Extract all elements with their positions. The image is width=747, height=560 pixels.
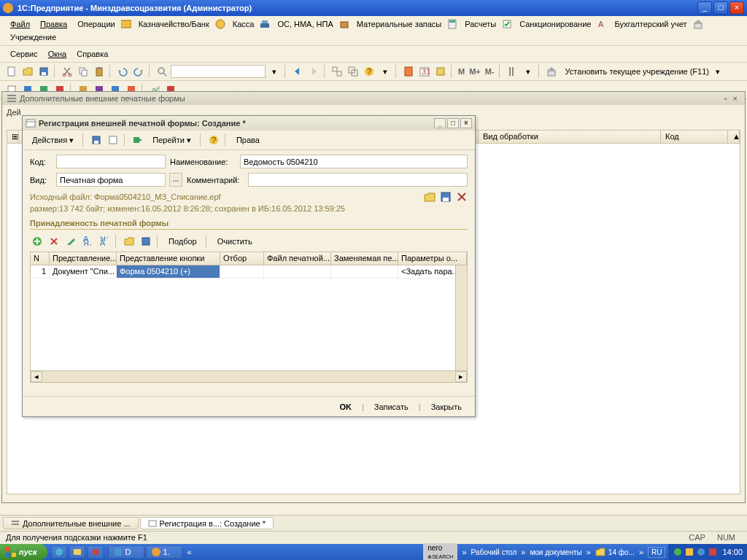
help-button[interactable]: ?	[362, 64, 376, 79]
find-button[interactable]	[155, 64, 169, 79]
menu-accounting[interactable]: Бухгалтерский учет	[610, 18, 691, 30]
menu-calc[interactable]: Расчеты	[460, 18, 500, 30]
maximize-button[interactable]: □	[713, 1, 728, 15]
grid-hscroll[interactable]: ◂ ▸	[31, 370, 467, 382]
membership-grid[interactable]: N Представление... Представление кнопки …	[30, 252, 468, 383]
desktop-toolbar-label[interactable]: Рабочий стол	[471, 548, 517, 556]
tray-icon-2[interactable]	[684, 547, 694, 557]
institution-button[interactable]	[544, 64, 559, 79]
taskbar-chev-right[interactable]: »	[460, 548, 468, 556]
dialog-maximize-button[interactable]: □	[447, 118, 459, 128]
delete-file-icon[interactable]	[456, 191, 468, 203]
calc2-button[interactable]	[401, 64, 416, 79]
dialog-close-button[interactable]: ×	[460, 118, 472, 128]
grid-add-button[interactable]	[30, 234, 44, 249]
dlg-reread-button[interactable]	[106, 133, 120, 147]
tray-clock[interactable]: 14:00	[722, 548, 743, 556]
close-button[interactable]: ×	[729, 1, 744, 15]
goto-menu[interactable]: Перейти ▾	[147, 133, 196, 147]
menu-edit[interactable]: Правка	[36, 18, 71, 30]
search-input[interactable]	[171, 65, 266, 78]
ql-2[interactable]	[69, 545, 85, 559]
minimize-button[interactable]: _	[697, 1, 712, 15]
undo-button[interactable]	[115, 64, 130, 79]
dialog-title-bar[interactable]: Регистрация внешней печатной формы: Созд…	[23, 116, 475, 131]
bg-col-code[interactable]: Код	[661, 131, 728, 143]
actions-menu[interactable]: Действия ▾	[27, 133, 79, 147]
col-btn-repr[interactable]: Представление кнопки	[117, 252, 220, 265]
bg-close-button[interactable]: ×	[730, 94, 740, 103]
tray-icon-4[interactable]	[708, 547, 718, 557]
grid-clear-button[interactable]: Очистить	[212, 235, 258, 248]
copy-button[interactable]	[76, 64, 90, 79]
open-file-icon[interactable]	[424, 191, 436, 203]
menu-file[interactable]: Файл	[6, 18, 34, 30]
timer-button[interactable]	[433, 64, 448, 79]
grid-pick-button[interactable]: Подбор	[163, 235, 202, 248]
col-filter[interactable]: Отбор	[220, 252, 264, 265]
col-replace[interactable]: Заменяемая пе...	[331, 252, 398, 265]
col-params[interactable]: Параметры о...	[398, 252, 467, 265]
settings-dropdown[interactable]: ▾	[521, 64, 535, 79]
col-repr[interactable]: Представление...	[50, 252, 117, 265]
folder-toolbar-label[interactable]: 14 фо...	[608, 548, 635, 556]
search-dropdown[interactable]: ▾	[267, 64, 282, 79]
write-button[interactable]: Записать	[368, 401, 414, 413]
grid-save-button[interactable]	[139, 234, 153, 249]
start-button[interactable]: пуск	[0, 544, 47, 560]
dlg-save-button[interactable]	[89, 133, 104, 147]
settings-button[interactable]	[505, 64, 519, 79]
comment-input[interactable]	[248, 173, 468, 187]
lang-indicator[interactable]: RU	[648, 547, 665, 558]
close-dialog-button[interactable]: Закрыть	[425, 401, 468, 413]
ok-button[interactable]: OK	[333, 401, 357, 413]
menu-sanction[interactable]: Санкционирование	[515, 18, 595, 30]
tab-list-window[interactable]: Дополнительные внешние ...	[3, 517, 139, 529]
type-input[interactable]: Печатная форма	[56, 173, 166, 187]
grid-delete-button[interactable]	[47, 234, 61, 249]
save-button[interactable]	[36, 64, 51, 79]
menu-treasury[interactable]: Казначейство/Банк	[134, 18, 214, 30]
nero-widget[interactable]: nero⊕SEARCH	[423, 543, 457, 560]
grid-sort-asc-button[interactable]: AЯ	[80, 234, 95, 249]
save-file-icon[interactable]	[440, 191, 452, 203]
col-print-file[interactable]: Файл печатной...	[264, 252, 331, 265]
menu-operations[interactable]: Операции	[73, 18, 119, 30]
back-button[interactable]	[290, 64, 305, 79]
cascade-button[interactable]	[346, 64, 360, 79]
dlg-goto-icon[interactable]	[131, 133, 145, 147]
help-dropdown[interactable]: ▾	[378, 64, 392, 79]
task-d[interactable]: D	[108, 545, 144, 559]
tab-registration-dialog[interactable]: Регистрация в...: Создание *	[140, 517, 274, 529]
name-input[interactable]	[240, 155, 468, 168]
windows-button[interactable]	[330, 64, 344, 79]
dlg-help-button[interactable]: ?	[206, 133, 221, 147]
scroll-right-button[interactable]: ▸	[455, 371, 467, 382]
grid-edit-button[interactable]	[63, 234, 78, 249]
menu-institution[interactable]: Учреждение	[6, 31, 61, 43]
rights-button[interactable]: Права	[231, 133, 265, 147]
cell-repr[interactable]: Документ "Спи...	[50, 265, 117, 278]
docs-toolbar-label[interactable]: мои документы	[530, 548, 581, 556]
dialog-minimize-button[interactable]: _	[434, 118, 446, 128]
menu-cashbox[interactable]: Касса	[228, 18, 259, 30]
cell-n[interactable]: 1	[31, 265, 50, 278]
paste-button[interactable]	[92, 64, 107, 79]
menu-service[interactable]: Сервис	[6, 48, 42, 60]
code-input[interactable]	[56, 155, 166, 168]
taskbar-chev-left[interactable]: «	[186, 548, 193, 556]
redo-button[interactable]	[131, 64, 146, 79]
grid-vscroll[interactable]	[455, 265, 467, 370]
cell-print-file[interactable]	[264, 265, 331, 278]
task-1c[interactable]: 1.	[146, 545, 182, 559]
ql-1[interactable]	[51, 545, 67, 559]
grid-sort-desc-button[interactable]: ЯA	[97, 234, 112, 249]
memory-mplus[interactable]: М+	[468, 67, 482, 76]
type-select-button[interactable]: ...	[169, 173, 182, 187]
cut-button[interactable]	[60, 64, 74, 79]
menu-assets[interactable]: ОС, НМА, НПА	[273, 18, 337, 30]
chevron-down-icon[interactable]: ▾	[716, 67, 720, 77]
bg-restore-button[interactable]: ▫	[721, 94, 730, 103]
menu-materials[interactable]: Материальные запасы	[352, 18, 446, 30]
grid-open-button[interactable]	[122, 234, 136, 249]
